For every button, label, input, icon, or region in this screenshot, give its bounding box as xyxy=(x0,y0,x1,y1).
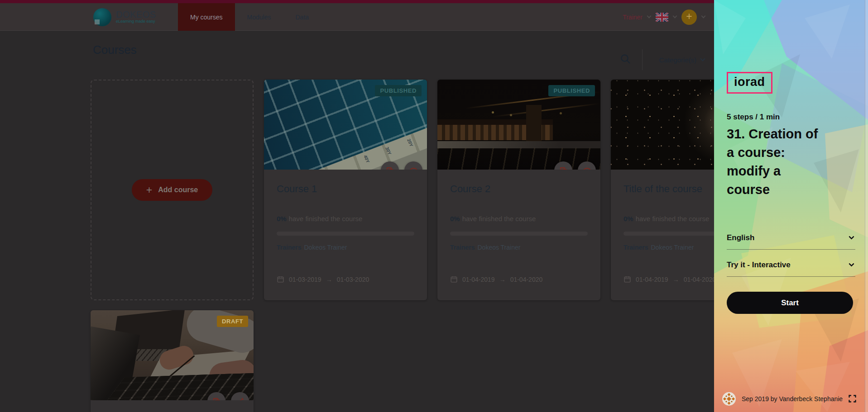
chevron-down-icon xyxy=(849,234,854,240)
calendar-icon xyxy=(450,275,458,283)
trainers-label: Trainers xyxy=(450,244,475,251)
categories-filter[interactable]: Categorie(s) xyxy=(659,56,696,64)
light-trail-decoration xyxy=(492,103,600,117)
course-stats: 0%have finished the course xyxy=(277,215,414,223)
plus-icon: + xyxy=(146,187,152,193)
lowpoly-background xyxy=(714,0,868,412)
panel-scrollbar[interactable] xyxy=(865,0,868,412)
completion-percent: 0% xyxy=(450,215,460,223)
divider xyxy=(642,49,643,70)
add-course-button[interactable]: + Add course xyxy=(132,179,212,201)
user-role-menu[interactable]: Trainer xyxy=(623,14,643,21)
edit-course-button[interactable] xyxy=(231,392,249,400)
course-title: Course 1 xyxy=(277,183,414,195)
trainer-name: Dokeos Trainer xyxy=(477,244,520,251)
tab-my-courses[interactable]: My courses xyxy=(178,3,235,31)
draft-course-card[interactable]: DRAFT xyxy=(91,310,254,412)
calendar-icon xyxy=(277,275,284,283)
nav-right: Trainer + xyxy=(623,3,705,31)
completion-text: have finished the course xyxy=(462,215,536,223)
language-selected-value: English xyxy=(727,233,754,242)
trainers-label: Trainers xyxy=(277,244,301,251)
course-1-actions xyxy=(381,161,422,170)
language-flag-uk-icon[interactable] xyxy=(656,13,668,22)
status-badge: PUBLISHED xyxy=(375,85,422,96)
tower-decoration xyxy=(526,105,542,141)
course-dates: 01-03-2019 → 01-03-2020 xyxy=(277,275,414,283)
add-course-label: Add course xyxy=(158,186,198,194)
panel-footer: Sep 2019 by Vanderbeck Stephanie xyxy=(722,390,860,408)
duplicate-course-button[interactable] xyxy=(554,161,572,170)
panel-scrollbar-line xyxy=(865,0,865,412)
preview-course-button[interactable] xyxy=(578,161,596,170)
course-stats: 0%have finished the course xyxy=(450,215,588,223)
top-accent-bar xyxy=(0,0,714,3)
calendar-icon xyxy=(623,275,631,283)
search-icon[interactable] xyxy=(619,53,631,66)
trainers-row: TrainersDokeos Trainer xyxy=(450,244,588,251)
fullscreen-icon[interactable] xyxy=(848,394,857,403)
chevron-down-icon[interactable] xyxy=(673,14,677,19)
completion-text: have finished the course xyxy=(289,215,363,223)
trainer-name: Dokeos Trainer xyxy=(651,244,694,251)
duplicate-course-button[interactable] xyxy=(207,392,225,400)
trainers-label: Trainers xyxy=(623,244,648,251)
list-tools: Categorie(s) xyxy=(619,49,705,71)
arrow-right-icon: → xyxy=(326,276,332,283)
chevron-down-icon[interactable] xyxy=(647,14,652,19)
mode-select[interactable]: Try it - Interactive xyxy=(727,260,855,277)
status-badge: DRAFT xyxy=(217,316,248,327)
page-title: Courses xyxy=(93,43,137,57)
top-nav: DOKEOS eLearning made easy My courses Mo… xyxy=(0,3,714,31)
chevron-down-icon xyxy=(849,261,854,267)
author-avatar xyxy=(722,392,736,406)
road-decoration xyxy=(437,141,600,148)
course-2-actions xyxy=(554,161,596,170)
completion-percent: 0% xyxy=(623,215,633,223)
course-title: Course 2 xyxy=(450,183,588,195)
iorad-logo[interactable]: iorad xyxy=(727,72,772,94)
language-select[interactable]: English xyxy=(727,233,855,250)
add-menu-button[interactable]: + xyxy=(681,9,697,25)
tab-modules[interactable]: Modules xyxy=(235,3,283,31)
status-badge: PUBLISHED xyxy=(548,85,595,96)
draft-course-thumbnail: DRAFT xyxy=(91,310,254,400)
lamp-decoration xyxy=(492,111,494,114)
date-end: 01-04-2020 xyxy=(510,276,543,283)
chevron-down-icon[interactable] xyxy=(701,14,706,19)
completion-text: have finished the course xyxy=(636,215,710,223)
add-course-card: + Add course xyxy=(91,80,254,300)
draft-course-actions xyxy=(207,392,249,400)
course-1-body: Course 1 0%have finished the course Trai… xyxy=(264,183,427,283)
arrow-right-icon: → xyxy=(499,276,506,283)
tutorial-steps-meta: 5 steps / 1 min xyxy=(727,113,780,122)
start-button[interactable]: Start xyxy=(727,292,853,314)
trainer-name: Dokeos Trainer xyxy=(304,244,347,251)
preview-course-button[interactable] xyxy=(404,161,422,170)
course-card-2[interactable]: PUBLISHED Course 2 xyxy=(437,80,600,300)
completion-percent: 0% xyxy=(277,215,287,223)
progress-bar xyxy=(450,232,588,236)
course-dates: 01-04-2019 → 01-04-2020 xyxy=(450,275,588,283)
date-start: 01-03-2019 xyxy=(289,276,321,283)
date-start: 01-04-2019 xyxy=(462,276,495,283)
tab-data[interactable]: Data xyxy=(283,3,321,31)
chevron-down-icon[interactable] xyxy=(700,56,705,61)
course-2-thumbnail: PUBLISHED xyxy=(437,80,600,170)
dokeos-logo-icon xyxy=(93,8,111,26)
duplicate-course-button[interactable] xyxy=(381,161,399,170)
trainers-row: TrainersDokeos Trainer xyxy=(277,244,414,251)
mode-selected-value: Try it - Interactive xyxy=(727,260,791,269)
nav-tabs: My courses Modules Data xyxy=(178,3,321,31)
dokeos-logo[interactable]: DOKEOS eLearning made easy xyxy=(93,3,156,31)
iorad-panel: iorad 5 steps / 1 min 31. Creation of a … xyxy=(714,0,868,412)
date-start: 01-04-2019 xyxy=(636,276,668,283)
course-1-thumbnail: 20Y 30Y 40Y PUBLISHED xyxy=(264,80,427,170)
arrow-right-icon: → xyxy=(673,276,679,283)
screen: DOKEOS eLearning made easy My courses Mo… xyxy=(0,0,868,412)
brand-tagline: eLearning made easy xyxy=(116,19,156,24)
brand-name: DOKEOS xyxy=(116,10,156,19)
tutorial-title: 31. Creation of a course: modify a cours… xyxy=(727,125,852,199)
date-end: 01-03-2020 xyxy=(337,276,369,283)
course-card-1[interactable]: 20Y 30Y 40Y PUBLISHED xyxy=(264,80,427,300)
